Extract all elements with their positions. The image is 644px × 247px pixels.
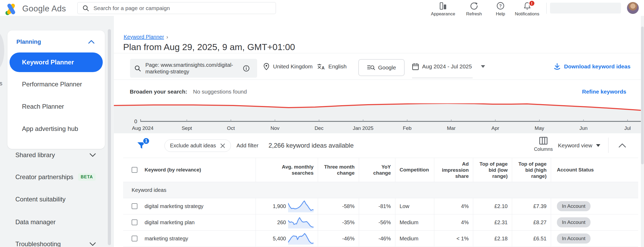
ad-impression-share-value: 4% [461,219,469,226]
close-icon[interactable] [220,143,225,148]
svg-text:A: A [321,66,325,70]
sidebar-item-label: Reach Planner [22,103,64,110]
sidebar-item-reach-planner[interactable]: Reach Planner [7,95,105,118]
keyword-ideas-section-header: Keyword ideas [123,182,638,198]
chevron-down-icon [90,153,96,157]
calendar-icon [412,63,419,70]
sidebar-item-keyword-planner[interactable]: Keyword Planner [10,52,103,72]
notifications-button[interactable]: ! Notifications [511,2,544,17]
page-scrollbar-thumb[interactable] [641,27,644,164]
breadcrumb-separator: › [166,34,168,40]
notification-badge: ! [529,0,535,7]
bid-low-value: £2.18 [494,236,508,242]
svg-text:Dec: Dec [315,125,324,131]
avatar[interactable] [627,2,639,14]
col-avg-monthly-searches[interactable]: Avg. monthly searches [260,164,314,176]
location-value: United Kingdom [273,63,312,70]
svg-text:Jun: Jun [579,125,588,131]
account-info-redacted[interactable] [550,3,621,14]
date-range-selector[interactable]: Aug 2024 - Jul 2025 [412,53,485,80]
col-top-of-page-bid-high[interactable]: Top of page bid (high range) [516,161,547,179]
help-button[interactable]: ? Help [490,2,511,17]
translate-icon: A [317,63,325,70]
download-keyword-ideas-button[interactable]: Download keyword ideas [553,53,630,80]
svg-text:May: May [535,125,544,131]
filter-count-badge: 1 [143,138,150,144]
sidebar-item-data-manager[interactable]: Data manager [0,211,114,233]
add-filter-button[interactable]: Add filter [236,133,258,158]
sidebar-item-content-suitability[interactable]: Content suitability [0,188,114,210]
collapse-panel-button[interactable] [617,141,628,150]
three-month-change-value: -46% [342,236,355,242]
keyword-view-dropdown[interactable]: Keyword view [558,133,600,158]
col-yoy-change[interactable]: YoY change [363,164,391,176]
col-three-month-change[interactable]: Three month change [322,164,355,176]
appearance-icon [439,2,447,10]
sidebar-item-creator-partnerships[interactable]: Creator partnerships BETA [0,166,114,188]
page-scrollbar-track[interactable] [641,16,644,247]
breadcrumb-link[interactable]: Keyword Planner [124,34,164,40]
competition-value: Low [400,203,409,209]
info-icon[interactable] [243,65,250,72]
sidebar-item-app-advertising-hub[interactable]: App advertising hub [7,118,105,140]
svg-text:Sept: Sept [182,125,192,131]
svg-text:Apr: Apr [491,125,499,131]
sidebar-item-label: Keyword Planner [22,59,74,66]
sidebar-item-performance-planner[interactable]: Performance Planner [7,73,105,95]
top-search-box[interactable] [77,2,276,14]
svg-text:0: 0 [134,118,137,124]
sidebar-item-label: Content suitability [15,196,65,203]
table-header-row: Keyword (by relevance) Avg. monthly sear… [123,158,638,182]
broaden-search-label: Broaden your search: [130,89,187,95]
competition-value: Medium [400,219,418,226]
sidebar-item-label: Troubleshooting [15,240,61,247]
sidebar-item-troubleshooting[interactable]: Troubleshooting [0,233,114,247]
language-selector[interactable]: A English [317,53,347,80]
yoy-change-value: -46% [378,236,391,242]
sidebar-item-label: Shared library [15,151,55,159]
nav-rail-fragment-text: s [0,80,2,87]
sparkline-chart [288,232,314,245]
col-account-status[interactable]: Account Status [557,167,594,173]
download-icon [553,63,561,70]
planning-section-title[interactable]: Planning [16,38,41,45]
row-checkbox[interactable] [132,203,137,209]
help-label: Help [496,11,505,17]
exclude-adult-ideas-chip[interactable]: Exclude adult ideas [164,139,231,152]
chevron-up-icon [618,143,626,148]
filter-bar-divider [608,138,609,153]
appearance-button[interactable]: Appearance [427,2,459,17]
refresh-icon [470,2,478,10]
keyword-cell: marketing strategy [145,236,188,242]
topbar-divider [546,3,547,14]
col-keyword[interactable]: Keyword (by relevance) [145,167,201,173]
dropdown-caret-icon [596,144,600,147]
search-network-icon [367,64,375,71]
page-filter-chip[interactable]: Page: www.smartinsights.com/digital-mark… [130,59,257,78]
columns-button[interactable]: Columns [530,136,557,152]
select-all-checkbox[interactable] [132,167,137,173]
svg-text:?: ? [499,4,502,8]
refine-keywords-button[interactable]: Refine keywords [582,89,626,95]
row-checkbox[interactable] [132,219,137,225]
filter-funnel-button[interactable]: 1 [136,140,149,152]
col-ad-impression-share[interactable]: Ad impression share [439,161,469,179]
bid-high-value: £6.51 [533,236,547,242]
sidebar-scrollbar[interactable] [108,29,111,245]
sidebar-item-label: Data manager [15,218,56,226]
network-selector[interactable]: Google [358,59,405,76]
sidebar-item-shared-library[interactable]: Shared library [0,144,114,166]
date-range-value: Aug 2024 - Jul 2025 [422,63,472,70]
download-label: Download keyword ideas [564,63,630,70]
chevron-up-icon[interactable] [88,40,95,44]
search-input[interactable] [93,5,271,11]
refresh-button[interactable]: Refresh [462,2,486,17]
keyword-view-label: Keyword view [558,142,592,149]
plan-settings-toolbar: Page: www.smartinsights.com/digital-mark… [114,53,644,80]
beta-badge: BETA [78,173,96,181]
col-top-of-page-bid-low[interactable]: Top of page bid (low range) [477,161,508,179]
location-selector[interactable]: United Kingdom [263,53,312,80]
row-checkbox[interactable] [132,236,137,241]
col-competition[interactable]: Competition [400,167,429,173]
svg-text:Nov: Nov [270,125,279,131]
